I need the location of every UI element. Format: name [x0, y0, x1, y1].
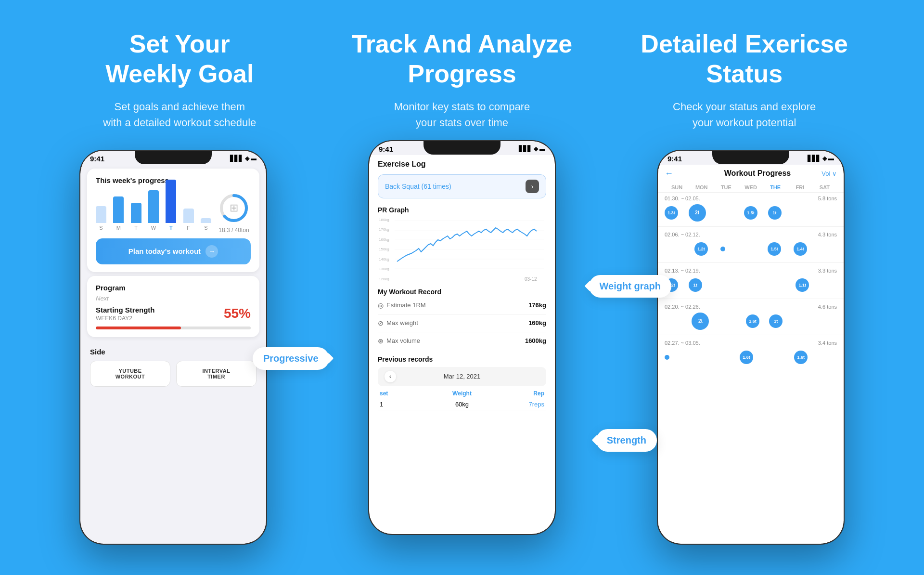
program-name: Starting Strength	[96, 306, 155, 314]
progress-tons: 18.3 / 40ton	[218, 227, 249, 234]
week-range-3: 02.13. ~ 02.19.	[665, 268, 700, 274]
week-label-row-4: 02.20. ~ 02.26. 4.6 tons	[665, 304, 837, 310]
prev-records-section: Previous records ‹ Mar 12, 2021 set Weig…	[369, 352, 555, 414]
bubble-5-1	[681, 349, 699, 366]
bubble-4-5	[793, 313, 810, 330]
bubble-1-3: 1.5t	[744, 206, 757, 220]
week-divider-3	[658, 299, 844, 299]
phone2-status-icons: ▋▋▋ ◈ ▬	[519, 145, 545, 152]
day-thu: THE	[763, 184, 788, 190]
week-row-3: 02.13. ~ 02.19. 3.3 tons 1.2t 1t 1.1t	[658, 265, 844, 297]
week-tons-1: 5.8 tons	[818, 196, 837, 201]
bar-5	[183, 209, 194, 223]
bar-label-1: M	[116, 225, 121, 231]
bubble-2-6	[820, 240, 837, 258]
plan-btn-arrow-icon: →	[205, 245, 218, 258]
table-set-0: 1	[380, 401, 435, 408]
bubble-4-4: 1t	[769, 314, 783, 328]
interval-timer-button[interactable]: INTERVALTIMER	[176, 361, 257, 387]
record-value-1: 160kg	[528, 319, 546, 327]
bubble-row-1: 1.3t 2t 1.5t 1t	[665, 204, 837, 222]
bubble-5-6	[820, 349, 837, 366]
youtube-workout-button[interactable]: YUTUBEWORKOUT	[90, 361, 170, 387]
bubble-5-2	[710, 349, 728, 366]
week-tons-3: 3.3 tons	[818, 268, 837, 274]
bubble-3-2	[712, 276, 730, 294]
table-col-rep: Rep	[489, 390, 544, 397]
divider-2	[378, 332, 546, 332]
progress-ring: ⊞	[217, 191, 251, 225]
program-section: Program Next Starting Strength WEEK6 DAY…	[87, 276, 259, 337]
progress-bar-container	[96, 327, 251, 329]
estimate-icon: ◎	[378, 301, 384, 309]
exercise-search-arrow-icon[interactable]: ›	[526, 180, 539, 193]
svg-text:03-12: 03-12	[525, 276, 537, 282]
bubble-1-1: 2t	[689, 204, 706, 222]
side-section: Side YUTUBEWORKOUT INTERVALTIMER	[80, 341, 266, 393]
progressive-callout: Progressive	[253, 347, 329, 370]
week-range-1: 01.30. ~ 02.05.	[665, 196, 700, 201]
bubble-row-4: 2t 1.6t 1t	[665, 313, 837, 330]
bars-row: S M T	[96, 192, 211, 231]
col3-subheading: Check your status and exploreyour workou…	[603, 99, 886, 131]
bar-label-0: S	[99, 225, 103, 231]
week-divider-4	[658, 335, 844, 335]
phone1-frame: 9:41 ▋▋▋ ◈ ▬ This week's progress	[79, 150, 267, 545]
col3-header: Detailed ExericseStatus Check your statu…	[603, 29, 886, 131]
weight-graph-callout: Weight graph	[589, 275, 671, 298]
workout-progress-header: ← Workout Progress Vol ∨	[658, 165, 844, 183]
phone3-time: 9:41	[667, 155, 682, 163]
bar-0	[96, 206, 106, 223]
record-row-2: ⊛ Max volume 1600kg	[378, 335, 546, 347]
day-header-row: SUN MON TUE WED THE FRI SAT	[658, 183, 844, 193]
bubble-3-5: 1.1t	[796, 278, 809, 292]
week-divider-1	[658, 226, 844, 227]
bubble-2-5: 1.4t	[794, 242, 807, 256]
week-divider-2	[658, 262, 844, 263]
prev-nav-arrow[interactable]: ‹	[385, 371, 396, 382]
bar-col-3: W	[148, 190, 159, 231]
phone1-screen: 9:41 ▋▋▋ ◈ ▬ This week's progress	[80, 151, 266, 544]
phone1-wrapper: 9:41 ▋▋▋ ◈ ▬ This week's progress	[79, 150, 267, 545]
bubble-1-4: 1t	[768, 206, 782, 220]
back-arrow-icon[interactable]: ←	[665, 169, 673, 179]
table-col-set: set	[380, 390, 435, 397]
bubble-1-0: 1.3t	[665, 206, 678, 220]
exercise-search-text: Back Squat (61 times)	[385, 183, 451, 190]
day-mon: MON	[689, 184, 714, 190]
weight-icon: ⊘	[378, 319, 384, 327]
bubble-3-3	[740, 276, 757, 294]
bar-col-6: S	[201, 218, 211, 231]
bubble-3-4	[768, 276, 785, 294]
bar-col-0: S	[96, 206, 106, 231]
program-label: Program	[96, 284, 251, 292]
progress-ring-area: ⊞ 18.3 / 40ton	[217, 191, 251, 234]
vol-label[interactable]: Vol ∨	[821, 170, 837, 177]
record-label-0: ◎ Estimate 1RM	[378, 301, 426, 309]
bar-label-5: F	[187, 225, 190, 231]
col2-heading: Track And AnalyzeProgress	[321, 29, 603, 89]
bubble-5-4	[765, 349, 783, 366]
week-range-4: 02.20. ~ 02.26.	[665, 304, 700, 310]
bubble-4-2	[719, 313, 736, 330]
table-rep-0: 7reps	[489, 401, 544, 408]
side-buttons: YUTUBEWORKOUT INTERVALTIMER	[90, 361, 257, 387]
bubble-4-6	[820, 313, 837, 330]
prev-records-title: Previous records	[378, 355, 546, 363]
phone2-wrapper: Weight graph Progressive Strength 9:41 ▋…	[368, 140, 556, 535]
page-wrapper: Set YourWeekly Goal Set goals and achiev…	[0, 0, 924, 575]
exercise-search[interactable]: Back Squat (61 times) ›	[378, 174, 546, 198]
bar-6	[201, 218, 211, 223]
col2-header: Track And AnalyzeProgress Monitor key st…	[321, 29, 603, 131]
bubble-4-1: 2t	[692, 313, 709, 330]
phone2-time: 9:41	[379, 145, 393, 153]
divider-1	[378, 314, 546, 314]
bar-2	[131, 203, 141, 223]
phone1-status-icons: ▋▋▋ ◈ ▬	[230, 155, 257, 162]
record-row-0: ◎ Estimate 1RM 176kg	[378, 300, 546, 311]
bar-4	[166, 180, 176, 223]
phone3-status-icons: ▋▋▋ ◈ ▬	[808, 155, 834, 162]
day-wed: WED	[738, 184, 763, 190]
bubble-row-3: 1.2t 1t 1.1t	[665, 276, 837, 294]
plan-today-button[interactable]: Plan today's workout →	[96, 238, 251, 264]
